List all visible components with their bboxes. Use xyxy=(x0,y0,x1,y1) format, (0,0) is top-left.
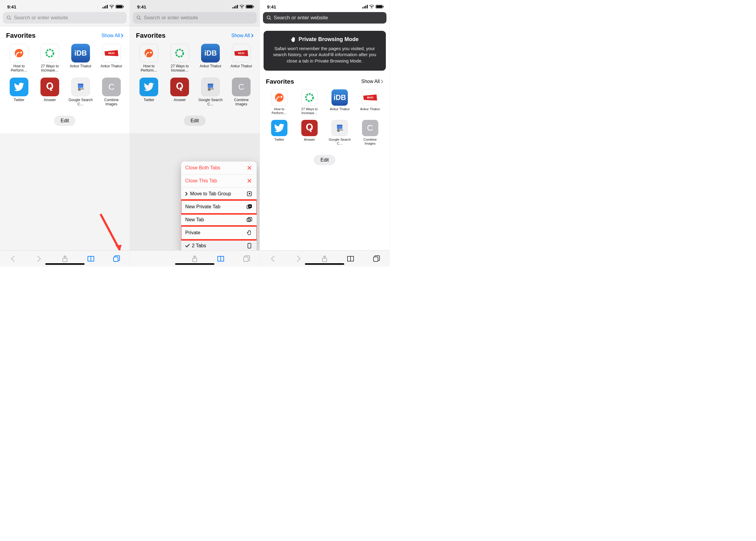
combine-icon: C xyxy=(232,78,251,96)
quora-icon xyxy=(40,78,59,96)
arrow-annotation xyxy=(99,212,123,255)
search-input[interactable]: Search or enter website xyxy=(3,12,127,24)
favorite-item[interactable]: 27 Ways to Increase… xyxy=(37,44,63,73)
favorite-label: Ankur Thakur xyxy=(228,64,254,68)
favorite-item[interactable]: Answer xyxy=(37,78,63,107)
favorite-item[interactable]: CCombine Images xyxy=(228,78,254,107)
close-icon xyxy=(246,166,253,170)
svg-line-30 xyxy=(140,18,141,20)
favorite-item[interactable]: Google Search C… xyxy=(327,120,353,146)
svg-rect-48 xyxy=(362,7,363,8)
menu-new-tab[interactable]: New Tab xyxy=(181,214,257,227)
favorite-label: Twitter xyxy=(6,98,32,102)
edit-button[interactable]: Edit xyxy=(54,116,76,126)
muo-icon: MUO xyxy=(102,44,121,63)
favorite-item[interactable]: MUOAnkur Thakur xyxy=(357,89,383,115)
show-all-link[interactable]: Show All xyxy=(231,33,253,38)
share-button[interactable] xyxy=(189,253,201,265)
google-icon xyxy=(201,78,220,96)
search-icon xyxy=(267,15,272,20)
favorite-item[interactable]: iDBAnkur Thakur xyxy=(68,44,94,73)
menu-close-this[interactable]: Close This Tab xyxy=(181,175,257,188)
favorite-item[interactable]: Answer xyxy=(167,78,193,107)
screen-3: 9:41 Search or enter website Private Bro… xyxy=(260,0,390,267)
back-button[interactable] xyxy=(7,253,19,265)
search-placeholder: Search or enter website xyxy=(14,15,68,21)
svg-rect-22 xyxy=(233,7,233,8)
circle-icon xyxy=(170,44,189,63)
google-icon xyxy=(332,120,348,136)
tabs-button[interactable] xyxy=(241,253,253,265)
favorite-label: Google Search C… xyxy=(328,138,352,146)
svg-rect-49 xyxy=(364,6,365,8)
favorite-item[interactable]: iDBAnkur Thakur xyxy=(198,44,224,73)
svg-text:MUO: MUO xyxy=(108,52,115,55)
favorite-item[interactable]: CCombine Images xyxy=(98,78,124,107)
bookmarks-button[interactable] xyxy=(345,253,357,265)
favorite-label: Combine Images xyxy=(358,138,382,146)
favorite-item[interactable]: Google Search C… xyxy=(198,78,224,107)
favorite-label: Combine Images xyxy=(228,98,254,107)
tabs-button[interactable] xyxy=(371,253,382,265)
favorite-item[interactable]: How to Perform… xyxy=(6,44,32,73)
favorite-item[interactable]: iDBAnkur Thakur xyxy=(327,89,353,115)
back-button[interactable] xyxy=(267,253,279,265)
status-time: 9:41 xyxy=(7,4,16,9)
svg-point-16 xyxy=(78,88,81,91)
menu-new-private-tab[interactable]: New Private Tab xyxy=(181,201,257,214)
svg-line-18 xyxy=(101,214,120,250)
bookmarks-button[interactable] xyxy=(215,253,227,265)
search-placeholder: Search or enter website xyxy=(274,15,328,21)
favorites-section: Favorites Show All How to Perform…27 Way… xyxy=(260,71,389,149)
show-all-link[interactable]: Show All xyxy=(362,79,383,84)
forward-button[interactable] xyxy=(33,253,45,265)
edit-button[interactable]: Edit xyxy=(184,116,206,126)
svg-line-8 xyxy=(10,18,11,20)
wifi-icon xyxy=(239,5,245,8)
share-button[interactable] xyxy=(319,253,331,265)
show-all-link[interactable]: Show All xyxy=(101,33,124,38)
search-input[interactable]: Search or enter website xyxy=(263,12,386,24)
svg-rect-37 xyxy=(208,84,213,85)
favorite-item[interactable]: 27 Ways to Increase… xyxy=(296,89,323,115)
idb-icon: iDB xyxy=(332,89,348,106)
svg-point-64 xyxy=(337,129,340,132)
search-input[interactable]: Search or enter website xyxy=(133,12,256,24)
svg-text:MUO: MUO xyxy=(238,52,245,55)
favorite-item[interactable]: CCombine Images xyxy=(357,120,383,146)
svg-rect-6 xyxy=(123,6,124,8)
favorite-item[interactable]: 27 Ways to Increase… xyxy=(167,44,193,73)
svg-rect-21 xyxy=(114,257,118,262)
favorite-item[interactable]: Google Search C… xyxy=(68,78,94,107)
status-time: 9:41 xyxy=(267,4,276,9)
menu-move-group[interactable]: Move to Tab Group xyxy=(181,188,257,201)
favorite-label: Answer xyxy=(298,138,322,142)
svg-point-59 xyxy=(306,94,313,101)
edit-button[interactable]: Edit xyxy=(314,155,336,165)
favorite-item[interactable]: MUOAnkur Thakur xyxy=(228,44,254,73)
favorite-item[interactable]: How to Perform… xyxy=(136,44,162,73)
favorite-label: 27 Ways to Increase… xyxy=(167,64,193,73)
favorite-item[interactable]: Twitter xyxy=(6,78,32,107)
twitter-icon xyxy=(10,78,28,96)
favorite-item[interactable]: How to Perform… xyxy=(266,89,293,115)
favorite-item[interactable]: Answer xyxy=(296,120,323,146)
menu-close-both[interactable]: Close Both Tabs xyxy=(181,162,257,175)
favorite-item[interactable]: Twitter xyxy=(266,120,293,146)
bookmarks-button[interactable] xyxy=(85,253,97,265)
forward-button[interactable] xyxy=(293,253,305,265)
svg-rect-3 xyxy=(107,5,108,8)
favorite-item[interactable]: MUOAnkur Thakur xyxy=(98,44,124,73)
share-button[interactable] xyxy=(59,253,71,265)
svg-rect-23 xyxy=(234,6,235,8)
favorite-label: Google Search C… xyxy=(198,98,224,107)
svg-rect-5 xyxy=(116,5,122,8)
svg-text:MUO: MUO xyxy=(367,96,373,99)
favorite-label: Combine Images xyxy=(98,98,124,107)
menu-private[interactable]: Private xyxy=(181,227,257,240)
twitter-icon xyxy=(271,120,288,136)
favorite-item[interactable]: Twitter xyxy=(136,78,162,107)
svg-rect-24 xyxy=(236,6,237,9)
battery-icon xyxy=(376,5,384,8)
tabs-button[interactable] xyxy=(111,253,123,265)
